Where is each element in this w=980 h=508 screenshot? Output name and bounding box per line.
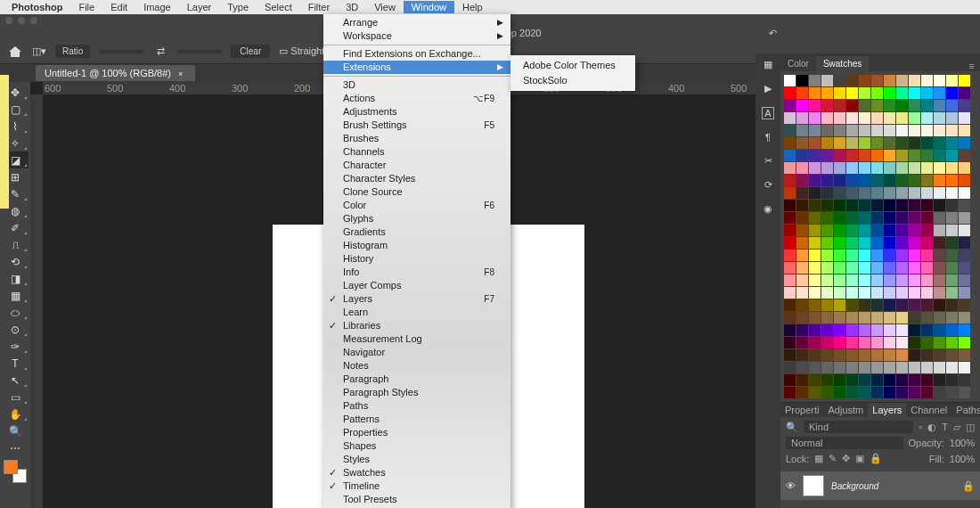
swatch[interactable] xyxy=(921,225,933,236)
swatch[interactable] xyxy=(909,137,920,149)
swatch[interactable] xyxy=(846,187,858,199)
swatch[interactable] xyxy=(796,262,808,274)
swatch[interactable] xyxy=(871,387,883,398)
swatch[interactable] xyxy=(784,262,796,274)
undo-icon[interactable]: ↶ xyxy=(769,28,777,39)
swatch[interactable] xyxy=(809,87,821,99)
swatch[interactable] xyxy=(909,87,920,99)
swatch[interactable] xyxy=(884,75,895,86)
swatch[interactable] xyxy=(896,125,908,136)
menu-item[interactable]: Clone Source xyxy=(323,185,510,199)
swatch[interactable] xyxy=(871,112,883,124)
swatch[interactable] xyxy=(896,87,908,99)
swatch[interactable] xyxy=(821,349,833,361)
swatch[interactable] xyxy=(946,150,958,161)
swatch[interactable] xyxy=(909,212,920,224)
swatch[interactable] xyxy=(821,212,833,224)
swatch[interactable] xyxy=(846,312,858,324)
swatch[interactable] xyxy=(796,225,808,236)
swatch[interactable] xyxy=(934,262,945,274)
swatch[interactable] xyxy=(934,175,945,186)
swatch[interactable] xyxy=(796,374,808,386)
menu-type[interactable]: Type xyxy=(219,1,257,13)
swatch[interactable] xyxy=(821,100,833,111)
menu-item[interactable]: Arrange▶ xyxy=(323,16,510,29)
swatch[interactable] xyxy=(921,274,933,286)
swatch[interactable] xyxy=(921,162,933,174)
swatch[interactable] xyxy=(909,299,920,311)
swatch[interactable] xyxy=(934,337,945,348)
swatch[interactable] xyxy=(809,362,821,373)
swatch[interactable] xyxy=(871,162,883,174)
swatch[interactable] xyxy=(934,187,945,199)
swatch[interactable] xyxy=(784,87,796,99)
swatch[interactable] xyxy=(834,337,845,348)
swatch[interactable] xyxy=(946,112,958,124)
swatch[interactable] xyxy=(846,150,858,161)
swatch[interactable] xyxy=(809,287,821,299)
menu-item[interactable]: ✓Swatches xyxy=(323,466,510,479)
swatch[interactable] xyxy=(809,337,821,348)
min-dot[interactable] xyxy=(18,17,25,24)
swatch[interactable] xyxy=(784,162,796,174)
swatch[interactable] xyxy=(846,387,858,398)
swatch[interactable] xyxy=(796,75,808,86)
swatch[interactable] xyxy=(796,324,808,336)
swatch[interactable] xyxy=(834,250,845,261)
swatch[interactable] xyxy=(809,250,821,261)
menu-item[interactable]: Measurement Log xyxy=(323,332,510,346)
menu-file[interactable]: File xyxy=(70,1,102,13)
panel-menu-icon[interactable]: ≡ xyxy=(969,61,980,71)
swatch[interactable] xyxy=(921,87,933,99)
swatch[interactable] xyxy=(896,349,908,361)
swatch[interactable] xyxy=(959,175,970,186)
swatch[interactable] xyxy=(809,125,821,136)
menu-item[interactable]: Navigator xyxy=(323,346,510,359)
swatch[interactable] xyxy=(834,262,845,274)
swatch[interactable] xyxy=(784,100,796,111)
swatch[interactable] xyxy=(859,162,870,174)
ratio-w[interactable] xyxy=(99,50,143,53)
swatch[interactable] xyxy=(884,175,895,186)
libraries-icon[interactable]: ▦ xyxy=(764,59,772,70)
swatch[interactable] xyxy=(896,100,908,111)
swatch[interactable] xyxy=(821,225,833,236)
swatch[interactable] xyxy=(846,349,858,361)
swatch[interactable] xyxy=(896,312,908,324)
swatch[interactable] xyxy=(796,100,808,111)
swatch[interactable] xyxy=(896,137,908,149)
menu-item[interactable]: Paragraph xyxy=(323,373,510,386)
submenu-stocksolo[interactable]: StockSolo xyxy=(510,73,635,88)
swatch[interactable] xyxy=(959,87,970,99)
menu-item[interactable]: Adjustments xyxy=(323,105,510,119)
swatch[interactable] xyxy=(834,150,845,161)
swatch[interactable] xyxy=(809,162,821,174)
swatch[interactable] xyxy=(784,187,796,199)
menu-item[interactable]: Properties xyxy=(323,426,510,439)
swatch[interactable] xyxy=(796,312,808,324)
swatch[interactable] xyxy=(909,374,920,386)
menu-view[interactable]: View xyxy=(366,1,404,13)
swatch[interactable] xyxy=(821,250,833,261)
swatch[interactable] xyxy=(809,212,821,224)
swatch[interactable] xyxy=(834,162,845,174)
filter-adj-icon[interactable]: ◐ xyxy=(927,422,936,433)
swatch[interactable] xyxy=(809,75,821,86)
swatch[interactable] xyxy=(821,162,833,174)
swatch[interactable] xyxy=(871,87,883,99)
swatch[interactable] xyxy=(809,274,821,286)
swatch[interactable] xyxy=(884,274,895,286)
swatch[interactable] xyxy=(871,175,883,186)
menu-item[interactable]: Gradients xyxy=(323,225,510,239)
swatch[interactable] xyxy=(896,374,908,386)
menu-edit[interactable]: Edit xyxy=(102,1,135,13)
menu-item[interactable]: Workspace▶ xyxy=(323,29,510,43)
swatch[interactable] xyxy=(946,299,958,311)
swatch[interactable] xyxy=(834,137,845,149)
swatch[interactable] xyxy=(909,324,920,336)
swatch[interactable] xyxy=(896,225,908,236)
swatch[interactable] xyxy=(809,200,821,211)
swatch[interactable] xyxy=(796,162,808,174)
blur-tool[interactable]: ⬭ xyxy=(2,304,29,321)
swatch[interactable] xyxy=(921,287,933,299)
